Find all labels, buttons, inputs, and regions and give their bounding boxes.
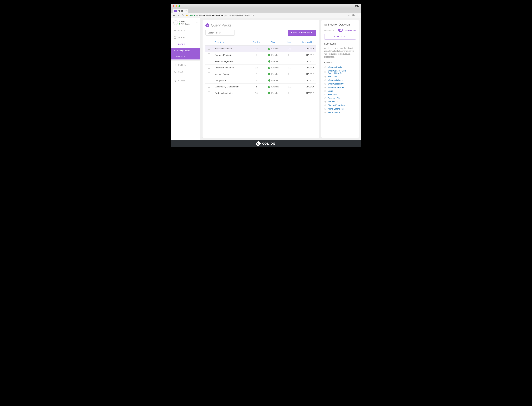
tab-title: Kolide xyxy=(178,10,183,12)
tab-close-icon[interactable]: × xyxy=(185,10,187,12)
table-row[interactable]: Osquery Monitoring 7 ✓Enabled 21 01/18/1… xyxy=(206,52,316,58)
edit-pack-button[interactable]: EDIT PACK xyxy=(324,34,356,39)
star-icon[interactable]: ☆ xyxy=(348,14,350,17)
cell-modified: 01/18/17 xyxy=(296,58,316,65)
row-checkbox[interactable] xyxy=(208,85,210,87)
cell-queries: 6 xyxy=(249,84,264,90)
row-checkbox[interactable] xyxy=(208,47,210,50)
row-checkbox[interactable] xyxy=(208,79,210,81)
col-status[interactable]: Status xyxy=(264,39,284,45)
nav-help[interactable]: HELP xyxy=(171,68,200,75)
pack-count-badge: 8 xyxy=(206,23,209,27)
query-icon xyxy=(324,101,326,103)
help-icon xyxy=(174,71,176,73)
query-list-item: Windows Services xyxy=(324,86,356,89)
query-link[interactable]: Windows Patches xyxy=(328,66,343,68)
query-link[interactable]: Windows Application Compatibility S.. xyxy=(328,70,356,74)
table-row[interactable]: Hardware Monitoring 12 ✓Enabled 21 01/18… xyxy=(206,65,316,71)
minimize-window-button[interactable] xyxy=(176,5,177,7)
query-link[interactable]: Chrome Extensions xyxy=(328,104,345,107)
table-row[interactable]: Incident Response 8 ✓Enabled 21 01/18/17 xyxy=(206,71,316,77)
row-checkbox[interactable] xyxy=(208,60,210,62)
cell-hosts: 21 xyxy=(284,71,296,77)
info-icon[interactable]: ⓘ xyxy=(352,14,355,17)
reload-button[interactable]: ⟳ xyxy=(182,14,184,17)
table-row[interactable]: Intrusion Detection 13 ✓Enabled 21 01/18… xyxy=(206,45,316,52)
address-bar[interactable]: 🔒 Secure https://demo.kolide.kolide.net/… xyxy=(186,14,346,17)
col-hosts[interactable]: Hosts xyxy=(284,39,296,45)
query-link[interactable]: Windows Drivers xyxy=(328,79,342,81)
search-input[interactable] xyxy=(206,30,235,36)
query-link[interactable]: Windows Registry xyxy=(328,83,343,85)
nav-label: ADMIN xyxy=(178,80,185,82)
table-row[interactable]: Compliance 8 ✓Enabled 21 01/18/17 xyxy=(206,77,316,84)
admin-icon xyxy=(174,80,176,82)
query-link[interactable]: Kernel Info xyxy=(328,76,337,78)
brand-header[interactable]: KOLIDE Kolide MARPAIA ▼ xyxy=(171,18,200,27)
table-row[interactable]: Vulnerability Management 6 ✓Enabled 21 0… xyxy=(206,84,316,90)
table-row[interactable]: Asset Management 4 ✓Enabled 21 01/18/17 xyxy=(206,58,316,65)
query-icon xyxy=(324,111,326,113)
nav-hosts[interactable]: HOSTS xyxy=(171,27,200,34)
enable-toggle[interactable] xyxy=(338,29,343,32)
row-checkbox[interactable] xyxy=(208,66,210,69)
query-link[interactable]: Protocols File xyxy=(328,97,340,99)
details-panel: Intrusion Detection DISABLED ENABLED EDI… xyxy=(321,20,359,138)
chevron-down-icon: ▼ xyxy=(196,22,198,24)
nav-label: CONFIG xyxy=(178,64,186,66)
create-pack-button[interactable]: CREATE NEW PACK xyxy=(288,30,316,36)
main-content: 8 Query Packs CREATE NEW PACK Pack Name … xyxy=(203,20,319,138)
nav-label: HOSTS xyxy=(178,29,185,32)
nav-config[interactable]: CONFIG xyxy=(171,62,200,68)
col-queries[interactable]: Queries xyxy=(249,39,264,45)
maximize-window-button[interactable] xyxy=(178,5,180,7)
svg-point-5 xyxy=(174,80,175,81)
row-checkbox[interactable] xyxy=(208,72,210,75)
cell-name: Asset Management xyxy=(213,58,249,65)
cell-name: Incident Response xyxy=(213,71,249,77)
check-icon: ✓ xyxy=(268,92,270,94)
query-list-item: Services File xyxy=(324,100,356,103)
cell-modified: 01/18/17 xyxy=(296,84,316,90)
check-icon: ✓ xyxy=(268,54,270,56)
row-checkbox[interactable] xyxy=(208,92,210,94)
table-row[interactable]: Systems Monitoring 10 ✓Enabled 21 01/20/… xyxy=(206,90,316,96)
url-text: https://demo.kolide.kolide.net/packs/man… xyxy=(196,14,254,17)
query-link[interactable]: Kernel Modules xyxy=(328,111,341,114)
subnav-manage-packs[interactable]: Manage Packs xyxy=(171,48,200,54)
panel-title-text: Intrusion Detection xyxy=(328,23,350,26)
row-checkbox[interactable] xyxy=(208,53,210,56)
query-link[interactable]: Kernel Extensions xyxy=(328,108,344,110)
svg-point-3 xyxy=(175,65,175,65)
footer-text: KOLIDE xyxy=(262,142,276,145)
nav-admin[interactable]: ADMIN xyxy=(171,77,200,84)
query-icon xyxy=(324,90,326,92)
forward-button[interactable]: → xyxy=(177,14,180,17)
query-link[interactable]: Users xyxy=(328,90,333,92)
browser-tab[interactable]: K Kolide × xyxy=(173,9,188,13)
query-link[interactable]: Windows Services xyxy=(328,86,344,89)
close-window-button[interactable] xyxy=(173,5,174,7)
query-link[interactable]: Hosts File xyxy=(328,94,336,96)
query-list-item: Kernel Info xyxy=(324,75,356,79)
packs-table: Pack Name Queries Status Hosts Last Modi… xyxy=(206,39,316,96)
query-list-item: Kernel Extensions xyxy=(324,107,356,111)
query-list-item: Windows Application Compatibility S.. xyxy=(324,69,356,75)
query-icon xyxy=(324,76,326,78)
select-all-checkbox[interactable] xyxy=(208,41,210,43)
cell-queries: 10 xyxy=(249,90,264,96)
col-pack-name[interactable]: Pack Name xyxy=(213,39,249,45)
query-icon xyxy=(324,94,326,95)
nav-query[interactable]: QUERY xyxy=(171,34,200,41)
query-list-item: Chrome Extensions xyxy=(324,103,356,107)
back-button[interactable]: ← xyxy=(173,14,175,17)
cell-status: ✓Enabled xyxy=(264,52,284,58)
check-icon: ✓ xyxy=(268,73,270,75)
col-modified[interactable]: Last Modified xyxy=(296,39,316,45)
cell-modified: 01/20/17 xyxy=(296,90,316,96)
browser-toolbar: ← → ⟳ 🔒 Secure https://demo.kolide.kolid… xyxy=(171,13,361,18)
menu-icon[interactable]: ⋮ xyxy=(357,14,359,17)
subnav-new-pack[interactable]: New Pack xyxy=(171,54,200,59)
query-link[interactable]: Services File xyxy=(328,101,339,103)
nav-packs[interactable]: PACKS xyxy=(171,41,200,48)
